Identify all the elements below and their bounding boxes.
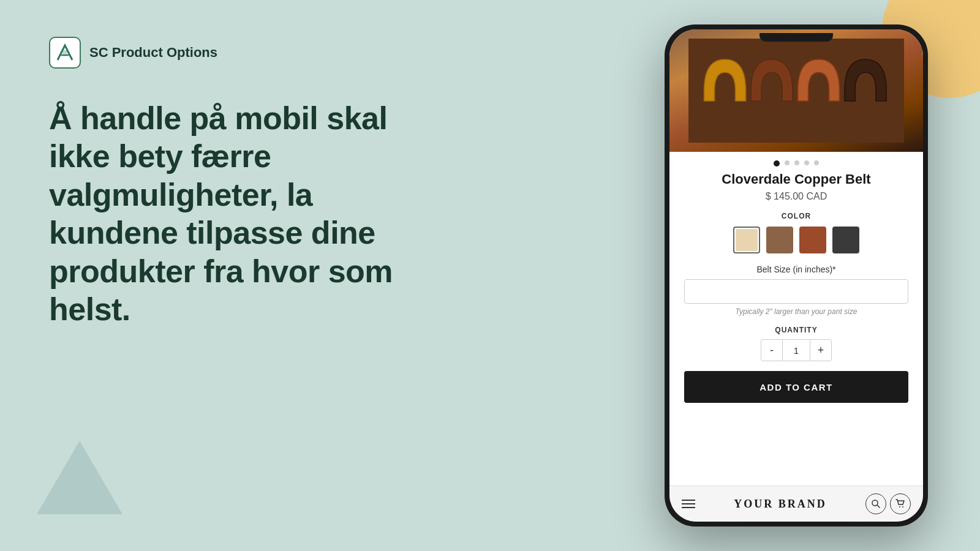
carousel-dot-4[interactable]	[804, 160, 809, 165]
size-label: Belt Size (in inches)*	[684, 264, 908, 274]
quantity-value: 1	[783, 339, 810, 361]
product-title: Cloverdale Copper Belt	[684, 171, 908, 187]
phone-mockup-container: Cloverdale Copper Belt $ 145.00 CAD COLO…	[649, 18, 943, 533]
quantity-decrease-button[interactable]: -	[761, 339, 783, 361]
svg-point-8	[902, 506, 903, 508]
carousel-dots	[669, 152, 923, 171]
phone-frame: Cloverdale Copper Belt $ 145.00 CAD COLO…	[665, 24, 928, 527]
size-hint: Typically 2" larger than your pant size	[684, 307, 908, 316]
carousel-dot-5[interactable]	[814, 160, 819, 165]
hamburger-menu-button[interactable]	[682, 500, 695, 508]
carousel-dot-1[interactable]	[774, 160, 780, 167]
svg-rect-3	[688, 39, 904, 143]
nav-brand-text: YOUR BRAND	[734, 498, 827, 511]
hamburger-line-1	[682, 500, 695, 501]
product-price: $ 145.00 CAD	[684, 191, 908, 202]
quantity-increase-button[interactable]: +	[810, 339, 832, 361]
quantity-controls: - 1 +	[684, 339, 908, 361]
hamburger-line-2	[682, 503, 695, 504]
product-content: Cloverdale Copper Belt $ 145.00 CAD COLO…	[669, 171, 923, 485]
quantity-label: QUANTITY	[684, 326, 908, 334]
brand-header: SC Product Options	[49, 37, 441, 69]
search-button[interactable]	[865, 493, 886, 514]
add-to-cart-button[interactable]: ADD TO CART	[684, 371, 908, 403]
phone-screen: Cloverdale Copper Belt $ 145.00 CAD COLO…	[669, 29, 923, 522]
headline-text: Å handle på mobil skal ikke bety færre v…	[49, 99, 441, 328]
carousel-dot-3[interactable]	[794, 160, 799, 165]
svg-rect-1	[62, 50, 67, 56]
brand-name: SC Product Options	[89, 45, 217, 61]
color-swatches	[684, 227, 908, 253]
phone-notch	[760, 33, 833, 42]
phone-nav-bar: YOUR BRAND	[669, 485, 923, 522]
hamburger-line-3	[682, 507, 695, 508]
svg-line-6	[877, 505, 880, 508]
svg-point-7	[899, 506, 900, 508]
swatch-cream[interactable]	[733, 227, 760, 253]
carousel-dot-2[interactable]	[785, 160, 790, 165]
quantity-section: QUANTITY - 1 +	[684, 326, 908, 361]
swatch-rust[interactable]	[799, 227, 826, 253]
size-input[interactable]	[684, 279, 908, 304]
product-image	[669, 29, 923, 152]
left-panel: SC Product Options Å handle på mobil ska…	[0, 0, 490, 551]
cart-button[interactable]	[890, 493, 911, 514]
product-image-visual	[669, 29, 923, 152]
color-label: COLOR	[684, 212, 908, 220]
brand-logo	[49, 37, 81, 69]
swatch-tan[interactable]	[766, 227, 793, 253]
swatch-charcoal[interactable]	[832, 227, 859, 253]
